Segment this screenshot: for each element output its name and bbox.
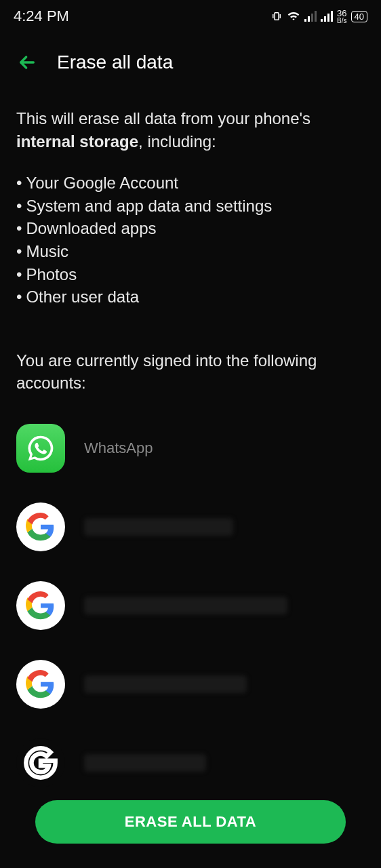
svg-rect-8 <box>331 11 333 22</box>
bullet-list: •Your Google Account •System and app dat… <box>16 172 365 309</box>
account-label-redacted <box>84 518 233 536</box>
erase-all-data-button[interactable]: ERASE ALL DATA <box>35 800 346 844</box>
status-bar: 4:24 PM 36 B/s 40 <box>0 0 381 33</box>
page-title: Erase all data <box>57 52 173 73</box>
svg-rect-2 <box>308 16 310 22</box>
google-icon <box>16 581 65 630</box>
google-icon <box>16 660 65 709</box>
google-icon <box>16 502 65 551</box>
signal-icon-1 <box>304 11 317 22</box>
battery-indicator: 40 <box>351 11 367 22</box>
account-whatsapp[interactable]: WhatsApp <box>16 422 365 475</box>
account-label: WhatsApp <box>84 438 153 459</box>
accounts-list: WhatsApp <box>16 422 365 789</box>
account-google[interactable] <box>16 579 365 632</box>
svg-rect-5 <box>321 19 323 22</box>
list-item: •Your Google Account <box>16 172 365 195</box>
status-icons: 36 B/s 40 <box>270 9 367 24</box>
list-item: •System and app data and settings <box>16 195 365 218</box>
svg-rect-6 <box>324 16 326 22</box>
back-button[interactable] <box>16 52 38 73</box>
account-label-redacted <box>84 754 206 772</box>
status-time: 4:24 PM <box>14 7 69 25</box>
intro-text: This will erase all data from your phone… <box>16 107 365 153</box>
svg-rect-7 <box>327 14 329 22</box>
whatsapp-icon <box>16 424 65 473</box>
account-label-redacted <box>84 597 287 614</box>
list-item: •Other user data <box>16 285 365 309</box>
svg-rect-4 <box>315 11 317 22</box>
account-google[interactable] <box>16 658 365 711</box>
list-item: •Downloaded apps <box>16 217 365 240</box>
signed-in-text: You are currently signed into the follow… <box>16 349 365 395</box>
account-label-redacted <box>84 675 247 693</box>
account-google-dark[interactable] <box>16 736 365 789</box>
account-google[interactable] <box>16 500 365 553</box>
svg-rect-3 <box>311 14 313 22</box>
list-item: •Music <box>16 240 365 263</box>
google-dark-icon <box>16 738 65 787</box>
network-rate: 36 B/s <box>337 9 346 24</box>
header: Erase all data <box>0 33 381 87</box>
signal-icon-2 <box>321 11 333 22</box>
svg-rect-0 <box>275 13 279 20</box>
vibrate-icon <box>270 10 283 22</box>
arrow-left-icon <box>16 51 38 74</box>
wifi-icon <box>287 11 300 22</box>
svg-rect-1 <box>304 19 306 22</box>
list-item: •Photos <box>16 263 365 286</box>
content: This will erase all data from your phone… <box>0 107 381 789</box>
